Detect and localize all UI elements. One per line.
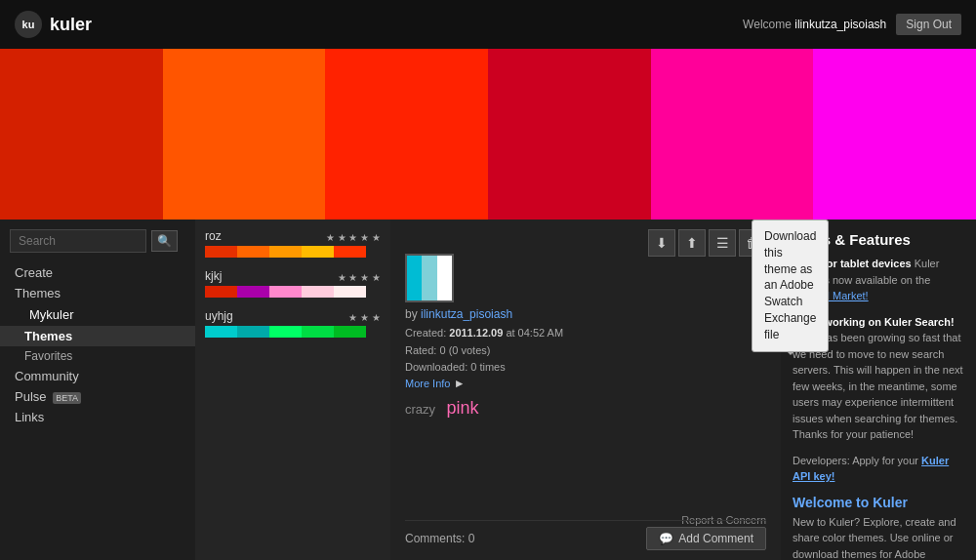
sidebar-item-mythemes[interactable]: Themes <box>0 326 195 346</box>
header: ku kuler Welcome ilinkutza_pisoiash Sign… <box>0 0 976 49</box>
swatch-3 <box>325 49 488 220</box>
comments-row: Comments: 0 💬 Add Comment <box>405 520 766 550</box>
theme-stars: ★ ★ ★ ★ ★ <box>326 232 381 243</box>
sidebar-item-community[interactable]: Community <box>0 366 195 386</box>
tag-pink[interactable]: pink <box>446 398 478 418</box>
list-item[interactable]: kjkj ★ ★ ★ ★ <box>205 269 381 298</box>
search-button[interactable]: 🔍 <box>151 230 178 252</box>
theme-name: uyhjg <box>205 309 233 323</box>
share-icon: ⬆ <box>686 235 698 251</box>
theme-list-panel: roz ★ ★ ★ ★ ★ kjkj ★ ★ ★ ★ <box>195 220 390 560</box>
sidebar-item-pulse[interactable]: Pulse BETA <box>0 386 195 407</box>
search-row: 🔍 <box>0 229 195 262</box>
welcome-desc: New to Kuler? Explore, create and share … <box>793 514 964 561</box>
theme-color-bar <box>205 286 366 298</box>
list-item[interactable]: roz ★ ★ ★ ★ ★ <box>205 229 381 258</box>
main-layout: 🔍 Create Themes Mykuler Themes Favorites… <box>0 220 976 560</box>
beta-badge: BETA <box>53 392 81 404</box>
theme-name: kjkj <box>205 269 222 283</box>
theme-content: Download this theme as an Adobe Swatch E… <box>390 220 781 560</box>
swatch-2 <box>163 49 326 220</box>
color-bar <box>0 49 976 220</box>
more-info-link[interactable]: More Info <box>405 378 450 389</box>
theme-meta: Created: 2011.12.09 at 04:52 AM Rated: 0… <box>405 325 563 377</box>
sidebar: 🔍 Create Themes Mykuler Themes Favorites… <box>0 220 195 560</box>
add-comment-button[interactable]: 💬 Add Comment <box>646 527 766 550</box>
tag-crazy[interactable]: crazy <box>405 402 435 417</box>
swatch-4 <box>488 49 651 220</box>
action-icons: ⬇ ⬆ ☰ 🗑 <box>648 229 766 257</box>
theme-preview-swatch <box>405 254 454 302</box>
header-right: Welcome ilinkutza_pisoiash Sign Out <box>743 14 961 35</box>
download-icon: ⬇ <box>656 235 668 251</box>
logo: ku <box>15 11 42 38</box>
signout-button[interactable]: Sign Out <box>896 14 961 35</box>
theme-name: roz <box>205 229 222 243</box>
swatch-1 <box>0 49 163 220</box>
tooltip: Download this theme as an Adobe Swatch E… <box>752 220 829 352</box>
welcome-kuler-title: Welcome to Kuler <box>793 495 964 510</box>
swatch-6 <box>813 49 976 220</box>
sidebar-item-favorites[interactable]: Favorites <box>0 346 195 366</box>
comment-icon: 💬 <box>659 532 673 545</box>
list-item[interactable]: uyhjg ★ ★ ★ <box>205 309 381 338</box>
news-item-3: Developers: Apply for your Kuler API key… <box>793 453 964 485</box>
sidebar-mykuler-label: Mykuler <box>15 304 89 325</box>
theme-tags: crazy pink <box>405 398 563 419</box>
theme-author-link[interactable]: ilinkutza_pisoiash <box>421 307 512 321</box>
theme-stars: ★ ★ ★ <box>348 312 381 323</box>
sidebar-item-themes[interactable]: Themes <box>0 283 195 303</box>
sidebar-item-create[interactable]: Create <box>0 262 195 283</box>
swatch-5 <box>651 49 814 220</box>
theme-stars: ★ ★ ★ ★ <box>338 272 381 283</box>
app-name: kuler <box>50 15 92 35</box>
theme-color-bar <box>205 326 366 338</box>
theme-author: by ilinkutza_pisoiash <box>405 307 563 321</box>
search-input[interactable] <box>10 229 146 253</box>
download-icon-button[interactable]: ⬇ <box>648 229 675 257</box>
share-icon-button[interactable]: ⬆ <box>678 229 706 257</box>
sidebar-item-links[interactable]: Links <box>0 407 195 427</box>
list-icon: ☰ <box>716 235 729 251</box>
comments-label: Comments: 0 <box>405 532 474 545</box>
welcome-text: Welcome ilinkutza_pisoiash <box>743 18 886 31</box>
list-icon-button[interactable]: ☰ <box>709 229 736 257</box>
username-link[interactable]: ilinkutza_pisoiash <box>794 18 886 31</box>
theme-color-bar <box>205 246 366 258</box>
